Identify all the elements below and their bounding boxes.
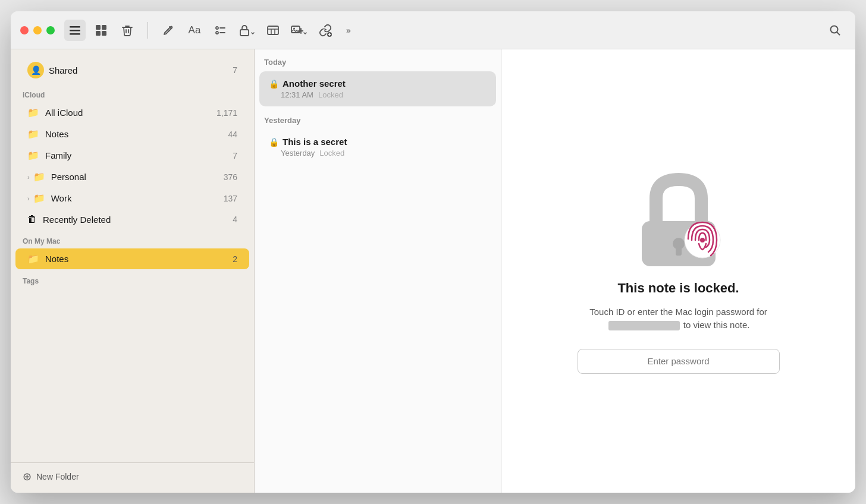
toolbar-divider-1	[148, 22, 148, 39]
svg-rect-0	[70, 26, 80, 28]
svg-rect-6	[102, 31, 106, 36]
notes-icloud-label: Notes	[45, 129, 228, 139]
list-view-button[interactable]	[64, 20, 86, 41]
all-icloud-label: All iCloud	[45, 108, 216, 118]
note-header: 🔒 Another secret	[269, 78, 487, 89]
sidebar: 👤 Shared 7 iCloud 📁 All iCloud 1,171 📁 N…	[11, 49, 255, 493]
chevron-icon: ›	[27, 174, 30, 181]
note-time: 12:31 AM	[281, 90, 313, 99]
recently-deleted-label: Recently Deleted	[43, 215, 233, 225]
notes-list-scroll: Today 🔒 Another secret 12:31 AM Locked Y…	[255, 49, 501, 493]
sidebar-footer: ⊕ New Folder	[11, 462, 254, 493]
personal-label: Personal	[51, 172, 224, 182]
svg-point-20	[700, 238, 705, 242]
locked-description: Touch ID or enter the Mac login password…	[566, 305, 792, 332]
media-button[interactable]	[288, 20, 310, 41]
checklist-button[interactable]	[210, 20, 231, 41]
svg-rect-3	[96, 25, 101, 30]
note-item[interactable]: 🔒 This is a secret Yesterday Locked	[259, 130, 496, 165]
tags-section-title: Tags	[11, 270, 254, 288]
personal-count: 376	[224, 172, 237, 182]
app-window: Aa	[11, 11, 855, 493]
chevron-icon: ›	[27, 195, 30, 202]
content-area: 👤 Shared 7 iCloud 📁 All iCloud 1,171 📁 N…	[11, 49, 855, 493]
folder-icon: 📁	[27, 253, 39, 264]
table-button[interactable]	[262, 20, 284, 41]
lock-button[interactable]	[236, 20, 258, 41]
svg-point-8	[216, 32, 218, 34]
grid-view-button[interactable]	[90, 20, 112, 41]
note-title: Another secret	[283, 78, 346, 89]
family-label: Family	[45, 150, 233, 160]
shared-label: Shared	[49, 65, 233, 75]
search-button[interactable]	[824, 20, 846, 41]
svg-rect-10	[268, 26, 278, 34]
recently-deleted-count: 4	[233, 215, 237, 224]
shared-count: 7	[233, 65, 237, 75]
sidebar-item-personal[interactable]: › 📁 Personal 376	[15, 166, 249, 187]
sidebar-item-notes-icloud[interactable]: 📁 Notes 44	[15, 124, 249, 144]
folder-icon: 📁	[27, 107, 39, 118]
plus-circle-icon: ⊕	[23, 470, 32, 483]
link-button[interactable]	[315, 20, 336, 41]
note-locked-badge: Locked	[318, 90, 343, 99]
sidebar-item-recently-deleted[interactable]: 🗑 Recently Deleted 4	[15, 209, 249, 229]
folder-icon: 📁	[27, 128, 39, 140]
maximize-button[interactable]	[46, 26, 55, 34]
sidebar-item-family[interactable]: 📁 Family 7	[15, 145, 249, 166]
svg-rect-18	[676, 246, 682, 256]
compose-button[interactable]	[158, 20, 179, 41]
notes-mac-label: Notes	[45, 254, 233, 264]
note-title: This is a secret	[283, 137, 347, 147]
today-header: Today	[255, 49, 501, 70]
svg-rect-4	[102, 25, 106, 30]
yesterday-header: Yesterday	[255, 108, 501, 128]
notes-mac-count: 2	[233, 254, 237, 264]
all-icloud-count: 1,171	[216, 108, 237, 118]
icloud-section-title: iCloud	[11, 84, 254, 102]
work-label: Work	[51, 193, 224, 203]
shared-icon: 👤	[27, 62, 44, 78]
sidebar-item-shared[interactable]: 👤 Shared 7	[15, 57, 249, 83]
sidebar-item-notes-mac[interactable]: 📁 Notes 2	[15, 248, 249, 269]
new-folder-label: New Folder	[36, 472, 79, 481]
close-button[interactable]	[20, 26, 29, 34]
svg-rect-1	[70, 30, 80, 32]
family-count: 7	[233, 151, 237, 160]
font-button[interactable]: Aa	[184, 20, 205, 41]
traffic-lights	[20, 26, 55, 34]
locked-desc-suffix: to view this note.	[683, 320, 750, 330]
note-time: Yesterday	[281, 149, 315, 158]
note-header: 🔒 This is a secret	[269, 137, 487, 147]
detail-pane: This note is locked. Touch ID or enter t…	[501, 49, 855, 493]
note-meta: Yesterday Locked	[269, 149, 487, 158]
note-meta: 12:31 AM Locked	[269, 90, 487, 99]
sidebar-item-work[interactable]: › 📁 Work 137	[15, 188, 249, 209]
sidebar-item-all-icloud[interactable]: 📁 All iCloud 1,171	[15, 102, 249, 123]
locked-title: This note is locked.	[617, 281, 739, 296]
redacted-username	[608, 321, 680, 330]
lock-illustration	[631, 169, 726, 264]
delete-button[interactable]	[117, 20, 138, 41]
password-input[interactable]	[578, 349, 780, 374]
folder-icon: 📁	[33, 193, 45, 204]
notes-icloud-count: 44	[228, 130, 237, 139]
work-count: 137	[224, 194, 237, 203]
new-folder-button[interactable]: ⊕ New Folder	[23, 470, 242, 483]
trash-icon: 🗑	[27, 214, 37, 225]
toolbar: Aa	[11, 11, 855, 49]
locked-desc-prefix: Touch ID or enter the Mac login password…	[589, 307, 767, 317]
svg-point-7	[216, 27, 218, 29]
more-button[interactable]: »	[341, 20, 362, 41]
note-item[interactable]: 🔒 Another secret 12:31 AM Locked	[259, 71, 496, 106]
minimize-button[interactable]	[33, 26, 42, 34]
notes-list: Today 🔒 Another secret 12:31 AM Locked Y…	[255, 49, 501, 493]
svg-text:»: »	[346, 26, 351, 35]
note-locked-badge: Locked	[319, 149, 344, 158]
svg-rect-2	[70, 33, 80, 35]
lock-icon: 🔒	[269, 79, 279, 89]
folder-icon: 📁	[27, 150, 39, 161]
folder-icon: 📁	[33, 171, 45, 182]
mac-section-title: On My Mac	[11, 230, 254, 248]
font-icon: Aa	[189, 24, 201, 36]
